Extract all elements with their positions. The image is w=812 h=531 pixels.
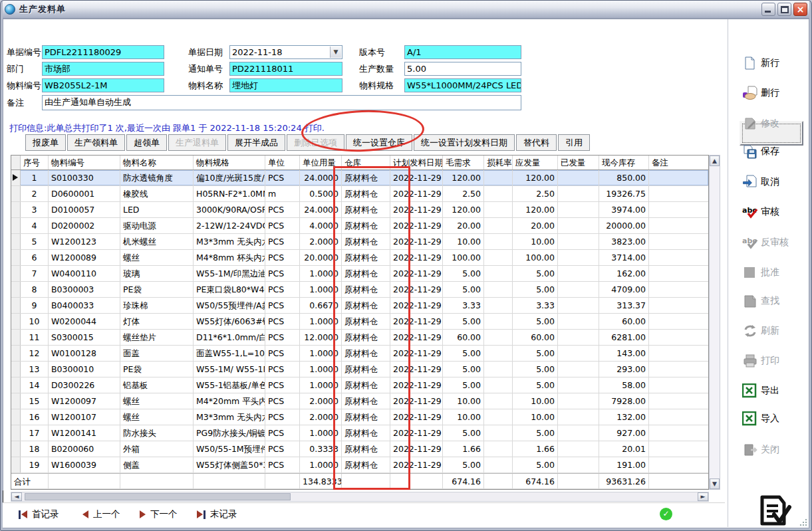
header-cell[interactable]: 仓库 <box>342 156 390 169</box>
notice-no-field[interactable]: PD221118011 <box>229 62 342 76</box>
substitute-material-button[interactable]: 替代料 <box>516 134 557 151</box>
chevron-down-icon[interactable]: ▼ <box>330 47 341 58</box>
table-row[interactable]: 19W1600039侧盖W55灯体侧盖50*3PCS1.0000原材料仓2022… <box>11 457 708 473</box>
last-record-button[interactable]: 末记录 <box>197 508 237 520</box>
table-cell: 螺丝 <box>120 250 194 265</box>
horizontal-scrollbar[interactable]: ◄ ► <box>11 492 709 502</box>
header-cell[interactable]: 计划发料日期 <box>390 156 443 169</box>
resize-grip[interactable] <box>799 518 807 526</box>
scroll-right-icon[interactable]: ► <box>698 492 708 501</box>
import-button[interactable]: 导入 <box>742 408 809 429</box>
table-row[interactable]: 8B0300003PE袋PE束口袋L80*W40PCS1.0000原材料仓202… <box>11 282 708 298</box>
scroll-up-icon[interactable]: ▲ <box>710 156 720 166</box>
table-row[interactable]: 3D0100057LED3000K/90RA/OSRAPCS24.0000原材料… <box>11 202 708 218</box>
remark-field[interactable]: 由生产通知单自动生成 <box>42 95 521 110</box>
table-cell: W50/55-1M预埋件箱 <box>194 441 265 457</box>
next-record-button[interactable]: 下一个 <box>140 508 178 520</box>
scroll-left-icon[interactable]: ◄ <box>11 492 22 501</box>
table-row[interactable]: 5W1200123机米螺丝M3*3mm 无头内六PCS2.0000原材料仓202… <box>11 234 708 250</box>
header-cell[interactable]: 毛需求 <box>443 156 484 169</box>
over-picking-button[interactable]: 超领单 <box>126 134 167 151</box>
material-name-field[interactable]: 埋地灯 <box>229 78 342 92</box>
set-warehouse-button[interactable]: 统一设置仓库 <box>346 134 412 151</box>
header-cell[interactable]: 现今库存 <box>599 156 649 169</box>
first-record-button[interactable]: 首记录 <box>19 508 59 520</box>
doc-date-field[interactable]: 2022-11-18▼ <box>229 45 342 59</box>
reference-button[interactable]: 引用 <box>558 134 590 151</box>
maximize-button[interactable] <box>777 3 791 16</box>
unaudit-button[interactable]: abc反审核 <box>742 232 809 253</box>
table-cell <box>649 266 710 281</box>
expand-semifinished-button[interactable]: 展开半成品 <box>227 134 285 151</box>
horizontal-scroll-thumb[interactable] <box>25 493 291 500</box>
header-cell[interactable]: 物料编号 <box>49 156 120 169</box>
close-button[interactable]: × <box>793 3 807 16</box>
header-cell[interactable]: 单位用量 <box>300 156 342 169</box>
production-return-button[interactable]: 生产退料单 <box>168 134 226 151</box>
modify-button[interactable]: 修改 <box>742 113 809 134</box>
scroll-down-icon[interactable]: ▼ <box>710 478 720 489</box>
nav-label: 上一个 <box>93 508 120 520</box>
prev-record-button[interactable]: 上一个 <box>82 508 120 520</box>
doc-no-field[interactable]: PDFL2211180029 <box>42 45 164 59</box>
header-cell[interactable]: 损耗率 <box>484 156 513 169</box>
title-bar[interactable]: 生产发料单 × <box>1 1 811 19</box>
detail-table[interactable]: 序号物料编号物料名称物料规格单位单位用量仓库计划发料日期毛需求损耗率应发量已发量… <box>11 155 709 490</box>
table-cell: 1.0000 <box>300 425 342 441</box>
table-row[interactable]: 18B0200060外箱W50/55-1M预埋件箱PCS0.3333原材料仓20… <box>11 441 708 457</box>
table-row[interactable]: 17W1200141防水接头PG9防水接头/铜镀镍PCS1.0000原材料仓20… <box>11 425 708 441</box>
table-cell: 1.0000 <box>300 377 342 393</box>
table-cell: 螺丝 <box>120 409 194 425</box>
header-cell[interactable]: 序号 <box>21 156 49 169</box>
header-cell[interactable]: 单位 <box>265 156 300 169</box>
delete-row-button[interactable]: 删行 <box>742 82 809 104</box>
table-row[interactable]: 12W0100128面盖面盖W55-1,L=1000PCS1.0000原材料仓2… <box>11 346 708 362</box>
material-spec-field[interactable]: W55*L1000MM/24PCS LED/310 <box>404 78 521 92</box>
header-cell[interactable]: 应发量 <box>513 156 558 169</box>
table-row[interactable]: 15W1200097螺丝M4*20mm 平头内六PCS2.0000原材料仓202… <box>11 393 708 409</box>
print-button[interactable]: 打印 <box>742 350 809 372</box>
table-row[interactable]: 11S0300015螺丝垫片D11*6*1.0mm/白色PCS12.0000原材… <box>11 330 708 346</box>
table-row[interactable]: 6W1200089螺丝M4*8mm 杯头内六PCS20.0000原材料仓2022… <box>11 250 708 266</box>
table-cell: PCS <box>265 250 300 265</box>
dept-field[interactable]: 市场部 <box>42 62 164 76</box>
table-row[interactable]: 7W0400110玻璃W55-1M/印黑边油墨PCS1.0000原材料仓2022… <box>11 266 708 282</box>
audit-button[interactable]: abc审核 <box>742 201 809 223</box>
table-cell <box>484 234 513 249</box>
table-row[interactable]: 2D0600001橡胶线H05RN-F2*1.0MMm0.5000原材料仓202… <box>11 186 708 202</box>
refresh-button[interactable]: 刷新 <box>742 320 809 342</box>
approve-button[interactable]: 批准 <box>742 262 809 283</box>
table-cell: 20.00 <box>443 218 484 233</box>
header-cell[interactable]: 已发量 <box>558 156 599 169</box>
delete-selected-button[interactable]: 删除已选项 <box>287 134 344 151</box>
table-cell: H05RN-F2*1.0MM <box>194 186 265 201</box>
set-plan-issue-date-button[interactable]: 统一设置计划发料日期 <box>414 134 515 151</box>
vertical-scrollbar[interactable]: ▲ ▼ <box>709 155 720 490</box>
cancel-button[interactable]: 取消 <box>742 171 809 193</box>
save-button[interactable]: 保存 <box>742 141 809 162</box>
first-record-icon <box>19 510 27 519</box>
table-row[interactable]: 13B0300010PE袋W55-1M/ W55-1MPCS1.0000原材料仓… <box>11 362 708 377</box>
header-cell[interactable]: 物料规格 <box>194 156 265 169</box>
version-field[interactable]: A/1 <box>404 45 521 59</box>
table-row[interactable]: 4D0200002驱动电源2-12W/12-24VDC转PCS4.0000原材料… <box>11 218 708 234</box>
table-row[interactable]: 10W0200044灯体W55灯体/6063#铝材PCS1.0000原材料仓20… <box>11 314 708 330</box>
table-cell: 1.0000 <box>300 346 342 361</box>
find-button[interactable]: 查找 <box>742 290 809 312</box>
new-row-button[interactable]: 新行 <box>742 53 809 74</box>
export-button[interactable]: 导出 <box>742 380 809 401</box>
minimize-button[interactable] <box>761 3 775 16</box>
header-cell[interactable]: 备注 <box>649 156 710 169</box>
close-form-button[interactable]: 关闭 <box>742 439 809 461</box>
table-row[interactable]: 1S0100330防水透镜角度偏10度/光斑15度/仿PCS24.0000原材料… <box>11 170 708 186</box>
table-cell: 原材料仓 <box>342 393 390 409</box>
table-row[interactable]: 14D0300226铝基板W55-1铝基板/单色PCS1.0000原材料仓202… <box>11 377 708 393</box>
table-row[interactable]: 16W1200107螺丝M3*3mm 无头内六PCS2.0000原材料仓2022… <box>11 409 708 425</box>
header-cell[interactable]: 物料名称 <box>120 156 194 169</box>
sidebar-button-label: 导入 <box>761 413 779 425</box>
table-row[interactable]: 9B0400033珍珠棉W50/55预埋件/A款PCS0.6670原材料仓202… <box>11 298 708 314</box>
scrap-order-button[interactable]: 报废单 <box>25 134 66 151</box>
qty-field[interactable]: 5.00 <box>404 62 521 76</box>
material-no-field[interactable]: WB2055L2-1M <box>42 78 164 92</box>
production-picking-button[interactable]: 生产领料单 <box>67 134 125 151</box>
